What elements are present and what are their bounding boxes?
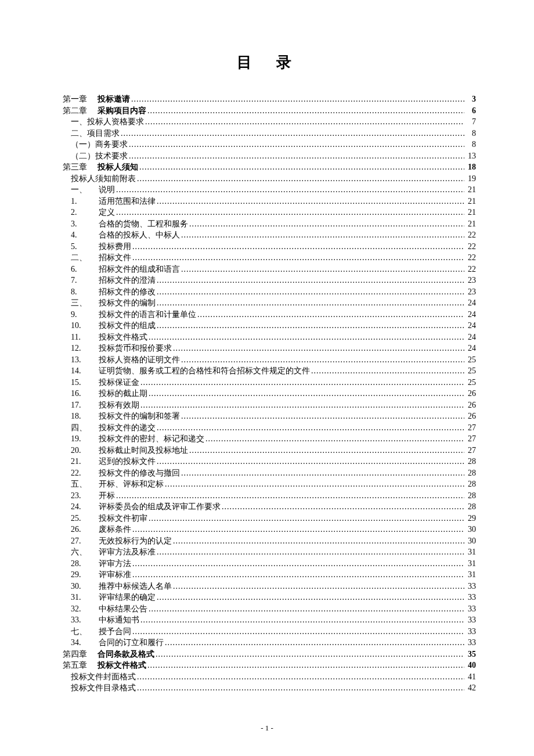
toc-entry-num: 六、: [71, 546, 99, 558]
toc-entry: 27.无效投标行为的认定30: [63, 535, 476, 547]
toc-entry: 25.投标文件初审29: [63, 513, 476, 524]
toc-entry-page: 33: [466, 637, 476, 649]
toc-entry-num: 20.: [71, 445, 99, 456]
toc-entry-num: 25.: [71, 513, 99, 524]
toc-entry: 第五章投标文件格式40: [63, 660, 476, 671]
toc-entry: 二、招标文件22: [63, 252, 476, 264]
toc-entry-label: 投标文件初审: [99, 513, 147, 524]
toc-entry-label: 投标文件的语言和计量单位: [99, 309, 196, 321]
toc-entry-label: 二、项目需求: [71, 128, 120, 139]
toc-entry-page: 27: [466, 422, 476, 434]
toc-entry-page: 28: [466, 490, 476, 502]
toc-entry-page: 22: [466, 252, 476, 264]
toc-entry: 2.定义21: [63, 207, 476, 218]
toc-entry-page: 33: [466, 581, 476, 592]
toc-entry-page: 8: [466, 128, 476, 139]
toc-entry-page: 25: [466, 377, 476, 388]
toc-entry-page: 18: [466, 161, 476, 173]
toc-entry: 30.推荐中标候选人名单33: [63, 581, 476, 592]
toc-list: 第一章投标邀请3第二章采购项目内容6一、投标人资格要求7二、项目需求8（一）商务…: [63, 93, 476, 694]
toc-entry-label: 合格的投标人、中标人: [99, 229, 180, 241]
toc-entry-label: 投标文件的组成: [99, 320, 156, 332]
toc-entry-label: 开标、评标和定标: [99, 478, 164, 490]
toc-entry-label: 投标文件的编制: [99, 297, 156, 309]
toc-entry-page: 21: [466, 184, 476, 196]
toc-entry-num: 6.: [71, 264, 99, 275]
toc-entry: 4.合格的投标人、中标人22: [63, 229, 476, 241]
toc-entry-page: 28: [466, 478, 476, 490]
toc-entry: 15.投标保证金25: [63, 377, 476, 388]
toc-title: 目 录: [63, 52, 476, 73]
toc-entry-page: 22: [466, 264, 476, 275]
toc-entry: 11.投标文件格式24: [63, 332, 476, 343]
toc-dots: [157, 422, 464, 434]
toc-entry-label: 评审标准: [99, 569, 131, 581]
toc-entry: 10.投标文件的组成24: [63, 320, 476, 332]
toc-entry-page: 7: [466, 116, 476, 128]
toc-entry-label: 授予合同: [99, 626, 131, 638]
toc-entry: 24.评标委员会的组成及评审工作要求28: [63, 501, 476, 513]
toc-entry-page: 13: [466, 150, 476, 162]
toc-dots: [157, 286, 464, 298]
toc-entry-page: 19: [466, 173, 476, 185]
toc-entry-page: 40: [466, 660, 476, 671]
toc-dots: [181, 467, 464, 479]
toc-entry-num: 四、: [71, 422, 99, 434]
toc-entry-num: 9.: [71, 309, 99, 321]
toc-dots: [157, 297, 464, 309]
toc-entry-label: 招标文件的修改: [99, 286, 156, 298]
toc-dots: [137, 671, 464, 683]
toc-entry-label: 说明: [99, 184, 115, 196]
toc-entry-num: 31.: [71, 592, 99, 603]
toc-entry: 17.投标有效期26: [63, 399, 476, 411]
toc-entry: 第四章合同条款及格式35: [63, 649, 476, 660]
toc-entry-page: 21: [466, 196, 476, 207]
toc-dots: [156, 649, 464, 660]
toc-entry-page: 8: [466, 139, 476, 150]
toc-entry-num: 32.: [71, 603, 99, 615]
toc-entry-num: 五、: [71, 478, 99, 490]
toc-entry-page: 42: [466, 682, 476, 694]
toc-dots: [149, 603, 464, 615]
toc-entry-label: 投标截止时间及投标地址: [99, 445, 188, 456]
toc-dots: [157, 320, 464, 332]
toc-dots: [121, 128, 464, 139]
toc-entry-num: 29.: [71, 569, 99, 581]
toc-entry: 33.中标通知书33: [63, 614, 476, 626]
toc-entry: 一、说明21: [63, 184, 476, 196]
toc-entry-page: 23: [466, 286, 476, 298]
toc-entry-num: 30.: [71, 581, 99, 592]
toc-entry-num: 第一章: [63, 93, 98, 105]
toc-entry: 7.招标文件的澄清23: [63, 275, 476, 286]
toc-entry-label: 合同的订立和履行: [99, 637, 164, 649]
toc-entry: 四、投标文件的递交27: [63, 422, 476, 434]
toc-entry-label: 适用范围和法律: [99, 196, 156, 207]
toc-dots: [132, 524, 464, 535]
toc-entry-label: 投标的截止期: [99, 388, 147, 399]
toc-entry: 9.投标文件的语言和计量单位24: [63, 309, 476, 321]
toc-entry: 13.投标人资格的证明文件25: [63, 354, 476, 366]
toc-entry-num: 13.: [71, 354, 99, 366]
toc-entry-label: 评标委员会的组成及评审工作要求: [99, 501, 221, 513]
toc-entry-num: 27.: [71, 535, 99, 547]
toc-entry-label: 合格的货物、工程和服务: [99, 218, 188, 230]
toc-dots: [189, 218, 464, 230]
toc-entry: 6.招标文件的组成和语言22: [63, 264, 476, 275]
toc-entry-page: 24: [466, 309, 476, 321]
toc-dots: [149, 388, 464, 399]
toc-entry-label: 评审结果的确定: [99, 592, 156, 603]
toc-entry: 23.开标28: [63, 490, 476, 502]
toc-entry-label: 评审方法及标准: [99, 546, 156, 558]
toc-entry-page: 24: [466, 332, 476, 343]
toc-entry-page: 30: [466, 535, 476, 547]
toc-entry-page: 31: [466, 558, 476, 570]
toc-dots: [129, 150, 464, 162]
toc-entry-num: 1.: [71, 196, 99, 207]
toc-entry-label: 迟到的投标文件: [99, 456, 156, 467]
toc-entry-label: 合同条款及格式: [98, 649, 154, 660]
toc-entry-page: 6: [466, 105, 476, 117]
toc-dots: [145, 116, 464, 128]
toc-entry-label: 中标通知书: [99, 614, 139, 626]
toc-entry: 5.投标费用22: [63, 241, 476, 253]
toc-entry: 19.投标文件的密封、标记和递交27: [63, 433, 476, 445]
